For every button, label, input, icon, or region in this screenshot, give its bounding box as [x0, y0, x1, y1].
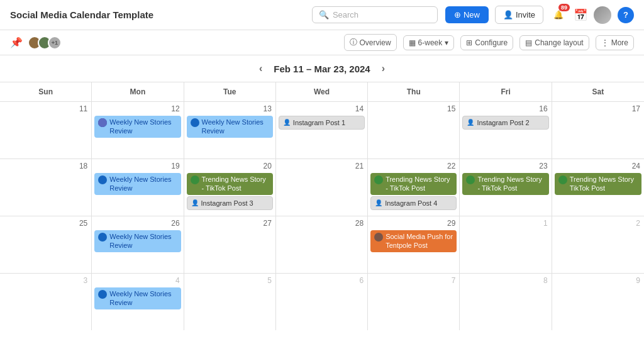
- event-weekly-review-mon4[interactable]: Weekly New Stories Review: [94, 287, 180, 309]
- person-icon: 👤: [283, 118, 291, 126]
- event-social-media-push[interactable]: Social Media Push for Tentpole Post: [370, 230, 457, 252]
- event-instagram-post-3[interactable]: 👤 Instagram Post 3: [187, 196, 273, 210]
- event-weekly-review-mon2[interactable]: Weekly New Stories Review: [94, 173, 180, 195]
- day-feb21: 21: [276, 159, 368, 216]
- week-selector[interactable]: ▦ 6-week ▾: [403, 35, 455, 50]
- header-fri: Fri: [460, 82, 552, 101]
- day-feb23[interactable]: 23 Trending News Story - TikTok Post: [460, 159, 552, 216]
- event-avatar: [466, 175, 475, 184]
- day-mar1: 1: [460, 216, 552, 273]
- change-layout-button[interactable]: ▤ Change layout: [519, 35, 589, 50]
- day-feb12[interactable]: 12 Weekly New Stories Review: [92, 102, 184, 159]
- search-icon: 🔍: [319, 10, 329, 19]
- event-avatar: [98, 233, 107, 242]
- sliders-icon: ⊞: [466, 38, 472, 47]
- day-feb19[interactable]: 19 Weekly New Stories Review: [92, 159, 184, 216]
- person-icon: 👤: [503, 10, 513, 19]
- configure-button[interactable]: ⊞ Configure: [460, 35, 513, 50]
- event-instagram-post-2[interactable]: 👤 Instagram Post 2: [462, 116, 548, 130]
- person-icon: 👤: [191, 199, 199, 207]
- calendar-header: Sun Mon Tue Wed Thu Fri Sat: [0, 82, 644, 102]
- user-avatar[interactable]: [594, 6, 611, 24]
- notification-count: 89: [558, 4, 570, 11]
- navbar: Social Media Calendar Template 🔍 Search …: [0, 0, 644, 30]
- week-4: 3 4 Weekly New Stories Review 5 6 7 8 9: [0, 274, 644, 330]
- header-mon: Mon: [92, 82, 184, 101]
- more-icon: ⋮: [601, 38, 609, 47]
- event-weekly-review-tue1[interactable]: Weekly New Stories Review: [187, 116, 273, 138]
- day-feb28: 28: [276, 216, 368, 273]
- day-feb20[interactable]: 20 Trending News Story - TikTok Post 👤 I…: [184, 159, 276, 216]
- avatar-group: +1: [28, 36, 62, 50]
- avatar-more[interactable]: +1: [48, 36, 62, 50]
- event-avatar: [191, 118, 199, 127]
- header-wed: Wed: [276, 82, 368, 101]
- day-feb14[interactable]: 14 👤 Instagram Post 1: [276, 102, 368, 159]
- day-feb18: 18: [0, 159, 92, 216]
- invite-button[interactable]: 👤 Invite: [495, 6, 543, 24]
- overview-button[interactable]: ⓘ Overview: [344, 34, 397, 51]
- day-feb11: 11: [0, 102, 92, 159]
- overview-icon: ⓘ: [350, 37, 357, 48]
- calendar-icon[interactable]: 📅: [574, 8, 587, 22]
- search-bar[interactable]: 🔍 Search: [312, 6, 438, 23]
- day-mar9: 9: [552, 274, 644, 330]
- calendar-body: 11 12 Weekly New Stories Review 13 Weekl…: [0, 102, 644, 330]
- search-placeholder: Search: [333, 10, 358, 19]
- event-trending-thu[interactable]: Trending News Story - TikTok Post: [370, 173, 457, 195]
- calendar: Sun Mon Tue Wed Thu Fri Sat 11 12 Weekly…: [0, 82, 644, 330]
- day-feb25: 25: [0, 216, 92, 273]
- day-feb16[interactable]: 16 👤 Instagram Post 2: [460, 102, 552, 159]
- day-mar8: 8: [460, 274, 552, 330]
- person-icon: 👤: [467, 118, 474, 126]
- day-feb27: 27: [184, 216, 276, 273]
- day-feb24[interactable]: 24 Trending News Story TikTok Post: [552, 159, 644, 216]
- notification-bell[interactable]: 🔔 89: [550, 6, 567, 24]
- day-feb13[interactable]: 13 Weekly New Stories Review: [184, 102, 276, 159]
- day-feb26[interactable]: 26 Weekly New Stories Review: [92, 216, 184, 273]
- date-range: Feb 11 – Mar 23, 2024: [274, 64, 370, 74]
- help-button[interactable]: ?: [618, 7, 634, 23]
- event-instagram-post-1[interactable]: 👤 Instagram Post 1: [279, 116, 365, 130]
- event-instagram-post-4[interactable]: 👤 Instagram Post 4: [370, 196, 457, 210]
- next-button[interactable]: ›: [378, 62, 389, 75]
- week-3: 25 26 Weekly New Stories Review 27 28 29…: [0, 216, 644, 274]
- more-button[interactable]: ⋮ More: [596, 35, 634, 50]
- plus-icon: ⊕: [454, 10, 461, 19]
- new-button[interactable]: ⊕ New: [445, 6, 489, 23]
- day-mar6: 6: [276, 274, 368, 330]
- week-2: 18 19 Weekly New Stories Review 20 Trend…: [0, 159, 644, 216]
- day-feb17: 17: [552, 102, 644, 159]
- chevron-down-icon: ▾: [445, 38, 448, 47]
- event-weekly-review-mon3[interactable]: Weekly New Stories Review: [94, 230, 180, 252]
- day-mar2: 2: [552, 216, 644, 273]
- header-sat: Sat: [552, 82, 644, 101]
- toolbar-left: 📌 +1: [10, 36, 339, 50]
- event-avatar: [98, 290, 107, 299]
- toolbar: 📌 +1 ⓘ Overview ▦ 6-week ▾ ⊞ Configure ▤…: [0, 30, 644, 55]
- day-mar4[interactable]: 4 Weekly New Stories Review: [92, 274, 184, 330]
- day-feb22[interactable]: 22 Trending News Story - TikTok Post 👤 I…: [368, 159, 460, 216]
- day-mar5: 5: [184, 274, 276, 330]
- calendar-grid-icon: ▦: [409, 38, 416, 47]
- pin-icon[interactable]: 📌: [10, 36, 23, 48]
- prev-button[interactable]: ‹: [255, 62, 266, 75]
- day-mar7: 7: [368, 274, 460, 330]
- toolbar-right: ⓘ Overview ▦ 6-week ▾ ⊞ Configure ▤ Chan…: [344, 34, 634, 51]
- event-trending-fri[interactable]: Trending News Story - TikTok Post: [462, 173, 548, 195]
- event-trending-tue[interactable]: Trending News Story - TikTok Post: [187, 173, 273, 195]
- event-weekly-review-mon1[interactable]: Weekly New Stories Review: [94, 116, 180, 138]
- day-feb29[interactable]: 29 Social Media Push for Tentpole Post: [368, 216, 460, 273]
- header-sun: Sun: [0, 82, 92, 101]
- event-trending-sat[interactable]: Trending News Story TikTok Post: [555, 173, 641, 195]
- event-avatar: [98, 118, 107, 127]
- day-mar3: 3: [0, 274, 92, 330]
- person-icon: 👤: [375, 199, 382, 207]
- layout-icon: ▤: [525, 38, 532, 47]
- event-avatar: [374, 175, 383, 184]
- event-avatar: [558, 175, 567, 184]
- app-title: Social Media Calendar Template: [10, 9, 312, 20]
- week-1: 11 12 Weekly New Stories Review 13 Weekl…: [0, 102, 644, 159]
- navbar-actions: ⊕ New 👤 Invite 🔔 89 📅 ?: [445, 6, 634, 24]
- event-avatar: [374, 233, 383, 242]
